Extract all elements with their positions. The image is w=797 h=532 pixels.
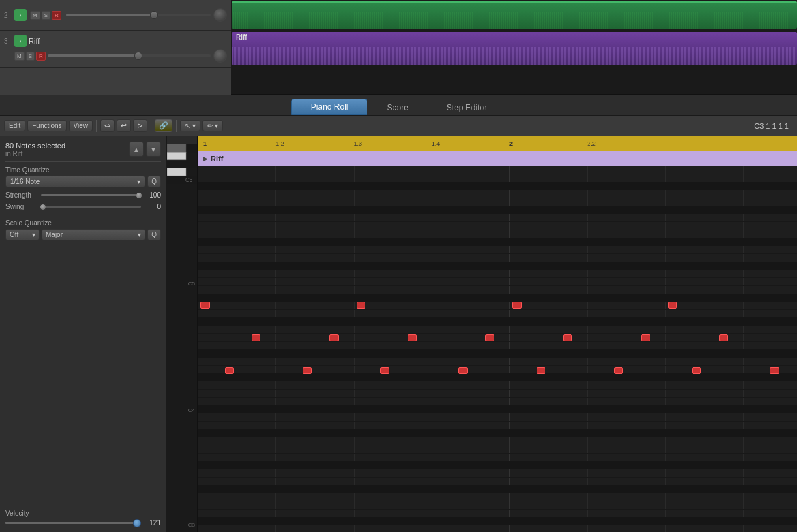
velocity-slider[interactable] [5, 522, 141, 524]
rec-btn-3[interactable]: R [36, 52, 46, 61]
note-1[interactable] [200, 302, 209, 309]
note-15[interactable] [458, 367, 467, 374]
track-list-section: 2 ♪ M S R 3 ♪ [0, 0, 797, 95]
time-quantize-label: Time Quantize [5, 166, 161, 174]
scale-q-btn[interactable]: Q [147, 229, 161, 240]
track-headers: 2 ♪ M S R 3 ♪ [0, 0, 232, 94]
pan-knob-2[interactable] [213, 8, 227, 22]
note-18[interactable] [692, 367, 701, 374]
ruler-mark-1: 1 [203, 140, 207, 147]
swing-row: Swing 0 [5, 203, 161, 210]
scale-quantize-label: Scale Quantize [5, 219, 161, 227]
track-controls-3: M S R [14, 52, 46, 61]
toolbar-link[interactable]: 🔗 [155, 119, 172, 132]
track-clip-2 [232, 1, 797, 29]
edit-button[interactable]: Edit [4, 120, 25, 131]
mute-btn-3[interactable]: M [14, 52, 25, 61]
note-13[interactable] [303, 367, 312, 374]
tab-bar: Piano Roll Score Step Editor [0, 95, 797, 116]
track-clip-3: Riff [232, 32, 797, 65]
clip-label-riff: Riff [236, 33, 247, 41]
functions-button[interactable]: Functions [27, 120, 66, 131]
rec-btn-2[interactable]: R [52, 11, 61, 20]
piano-keys: C5 C5 C4 C3 [167, 136, 198, 532]
fader-3[interactable] [48, 54, 211, 57]
piano-roll-section: Piano Roll Score Step Editor Edit Functi… [0, 95, 797, 532]
scale-quantize-section: Scale Quantize Off▾ Major▾ Q [5, 219, 161, 240]
time-quantize-section: Time Quantize 1/16 Note▾ Q [5, 166, 161, 187]
toolbar-icon-1[interactable]: ⇔ [100, 119, 115, 132]
app-container: 2 ♪ M S R 3 ♪ [0, 0, 797, 532]
strength-slider[interactable] [41, 194, 141, 196]
divider-2 [5, 215, 161, 215]
mute-btn-2[interactable]: M [30, 11, 40, 20]
tab-piano-roll[interactable]: Piano Roll [291, 99, 368, 115]
track-controls-2: M S R [30, 11, 61, 20]
track-icon-2: ♪ [14, 9, 27, 21]
strength-value: 100 [144, 191, 161, 199]
note-11[interactable] [719, 334, 728, 341]
velocity-value: 121 [144, 519, 161, 527]
toolbar: Edit Functions View ⇔ ↩ ⊳ 🔗 ↖ ▾ ✏ ▾ C3 1… [0, 116, 797, 136]
toolbar-sep-2 [151, 120, 151, 132]
toolbar-pencil[interactable]: ✏ ▾ [202, 120, 223, 131]
region-name: Riff [211, 155, 223, 163]
toolbar-cursor[interactable]: ↖ ▾ [180, 120, 200, 131]
scale-major-dropdown[interactable]: Major▾ [42, 229, 145, 240]
strength-label: Strength [5, 191, 38, 199]
position-display: C3 1 1 1 1 [754, 122, 793, 130]
tab-score[interactable]: Score [367, 100, 427, 115]
note-9[interactable] [563, 334, 572, 341]
track-content: Riff [232, 0, 797, 94]
swing-label: Swing [5, 203, 38, 210]
note-16[interactable] [537, 367, 545, 374]
note-5[interactable] [252, 334, 260, 341]
tab-step-editor[interactable]: Step Editor [427, 100, 506, 115]
nav-down-btn[interactable]: ▼ [146, 142, 161, 157]
fader-2[interactable] [66, 14, 211, 16]
note-17[interactable] [614, 367, 623, 374]
left-panel: 80 Notes selected in Riff ▲ ▼ Time Quant… [0, 136, 167, 532]
swing-value: 0 [144, 203, 161, 210]
view-button[interactable]: View [69, 120, 93, 131]
note-7[interactable] [408, 334, 417, 341]
track-number-3: 3 [4, 37, 12, 45]
ruler-mark-14: 1.4 [432, 140, 440, 147]
notes-in: in Riff [5, 150, 65, 157]
track-name-3: Riff [29, 37, 40, 45]
note-19[interactable] [770, 367, 779, 374]
swing-slider[interactable] [41, 206, 141, 208]
ruler-mark-12: 1.2 [275, 140, 284, 147]
note-12[interactable] [225, 367, 234, 374]
notes-selected: 80 Notes selected [5, 142, 65, 150]
note-3[interactable] [512, 302, 521, 309]
time-quantize-q-btn[interactable]: Q [147, 176, 161, 187]
track-filler [0, 68, 231, 95]
track-icon-3: ♪ [14, 35, 27, 47]
ruler: 1 1.2 1.3 1.4 2 2.2 [198, 136, 797, 151]
track-row-3: 3 ♪ Riff M S R [0, 31, 231, 68]
track-row-2: 2 ♪ M S R [0, 0, 231, 31]
toolbar-sep-3 [176, 120, 177, 132]
region-header: ▶ Riff [198, 151, 797, 166]
toolbar-icon-2[interactable]: ↩ [117, 119, 131, 132]
solo-btn-2[interactable]: S [42, 11, 50, 20]
ruler-mark-22: 2.2 [587, 140, 596, 147]
fader-area-2 [66, 8, 227, 22]
note-grid[interactable] [198, 166, 797, 532]
divider-1 [5, 161, 161, 162]
toolbar-icon-3[interactable]: ⊳ [133, 119, 147, 132]
grid-container: 1 1.2 1.3 1.4 2 2.2 ▶ Riff [198, 136, 797, 532]
nav-up-btn[interactable]: ▲ [129, 142, 144, 157]
note-14[interactable] [380, 367, 389, 374]
piano-roll-body: 80 Notes selected in Riff ▲ ▼ Time Quant… [0, 136, 797, 532]
note-4[interactable] [668, 302, 677, 309]
note-8[interactable] [485, 334, 494, 341]
scale-off-dropdown[interactable]: Off▾ [5, 229, 40, 240]
note-6[interactable] [329, 334, 338, 341]
pan-knob-3[interactable] [213, 49, 227, 63]
note-10[interactable] [641, 334, 650, 341]
time-quantize-dropdown[interactable]: 1/16 Note▾ [5, 176, 145, 187]
solo-btn-3[interactable]: S [26, 52, 35, 61]
note-2[interactable] [357, 302, 365, 309]
